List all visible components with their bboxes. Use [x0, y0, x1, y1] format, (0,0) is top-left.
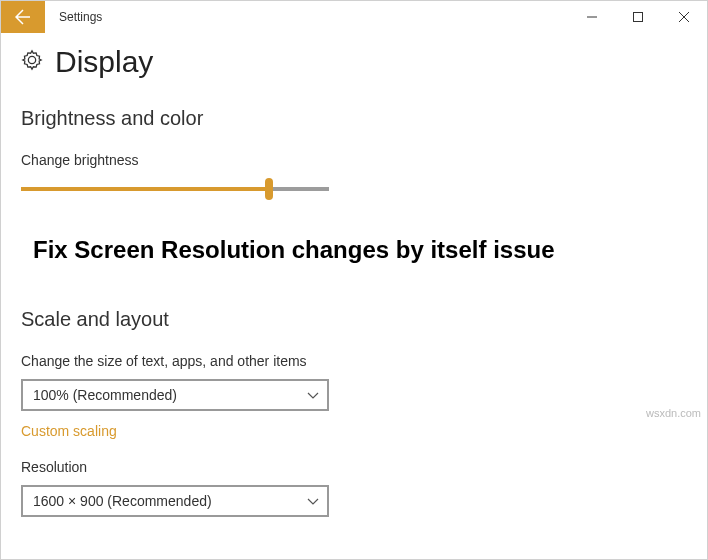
minimize-button[interactable] — [569, 1, 615, 33]
text-size-dropdown[interactable]: 100% (Recommended) — [21, 379, 329, 411]
maximize-button[interactable] — [615, 1, 661, 33]
slider-thumb[interactable] — [265, 178, 273, 200]
back-arrow-icon — [15, 9, 31, 25]
brightness-slider-label: Change brightness — [21, 152, 687, 168]
back-button[interactable] — [1, 1, 45, 33]
brightness-slider[interactable] — [21, 178, 329, 200]
chevron-down-icon — [307, 495, 319, 507]
content-area: Display Brightness and color Change brig… — [1, 33, 707, 517]
scale-section-heading: Scale and layout — [21, 308, 687, 331]
maximize-icon — [633, 12, 643, 22]
gear-icon — [21, 49, 43, 75]
text-size-label: Change the size of text, apps, and other… — [21, 353, 687, 369]
custom-scaling-link[interactable]: Custom scaling — [21, 423, 687, 439]
chevron-down-icon — [307, 389, 319, 401]
page-title: Display — [55, 45, 153, 79]
slider-track-empty — [269, 187, 329, 191]
window-controls — [569, 1, 707, 33]
close-button[interactable] — [661, 1, 707, 33]
brightness-section-heading: Brightness and color — [21, 107, 687, 130]
text-size-value: 100% (Recommended) — [33, 387, 177, 403]
close-icon — [679, 12, 689, 22]
page-header: Display — [21, 45, 687, 79]
window-title: Settings — [45, 1, 102, 33]
resolution-dropdown[interactable]: 1600 × 900 (Recommended) — [21, 485, 329, 517]
resolution-label: Resolution — [21, 459, 687, 475]
resolution-value: 1600 × 900 (Recommended) — [33, 493, 212, 509]
banner-text: Fix Screen Resolution changes by itself … — [33, 236, 687, 264]
watermark: wsxdn.com — [646, 407, 701, 419]
minimize-icon — [587, 12, 597, 22]
titlebar: Settings — [1, 1, 707, 33]
titlebar-spacer — [102, 1, 569, 33]
svg-rect-0 — [634, 13, 643, 22]
slider-track-filled — [21, 187, 269, 191]
